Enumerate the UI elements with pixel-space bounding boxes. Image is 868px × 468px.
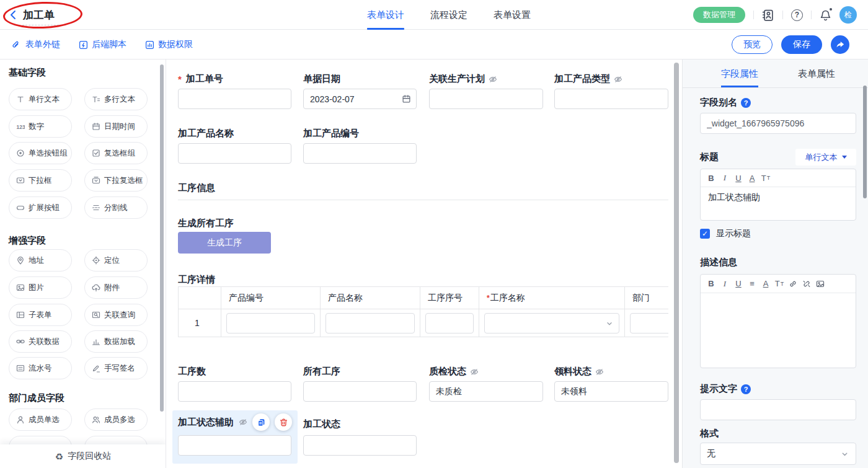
field-process-status[interactable]: 加工状态 bbox=[303, 418, 417, 430]
data-manage-button[interactable]: 数据管理 bbox=[693, 7, 745, 23]
description-rich-text-editor[interactable]: B I U ≡ A TT bbox=[700, 274, 856, 368]
checkbox-checked-icon[interactable]: ✓ bbox=[700, 229, 710, 239]
sidebar-item-multi-line-text[interactable]: 多行文本 bbox=[84, 88, 148, 110]
font-color-icon[interactable]: A bbox=[759, 279, 773, 288]
preview-button[interactable]: 预览 bbox=[732, 35, 773, 54]
sidebar-item-select[interactable]: 下拉框 bbox=[9, 169, 72, 192]
sidebar-item-single-line-text[interactable]: 单行文本 bbox=[9, 88, 72, 110]
sidebar-item-datetime[interactable]: 日期时间 bbox=[84, 115, 148, 138]
sidebar-item-multi-select[interactable]: 下拉复选框 bbox=[84, 169, 148, 192]
data-permission-button[interactable]: 数据权限 bbox=[145, 39, 193, 50]
field-product-code[interactable]: 加工产品编号 bbox=[303, 128, 417, 139]
status-aux-input[interactable] bbox=[178, 435, 291, 456]
hidden-eye-off-icon[interactable] bbox=[595, 368, 604, 376]
subform-label[interactable]: 工序详情 bbox=[178, 274, 215, 286]
field-qc-status[interactable]: 质检状态 bbox=[429, 366, 542, 377]
sidebar-item-image[interactable]: 图片 bbox=[9, 276, 72, 299]
title-editor-content[interactable]: 加工状态辅助 bbox=[701, 187, 856, 208]
align-icon[interactable]: ≡ bbox=[745, 279, 759, 288]
order-no-input[interactable] bbox=[178, 89, 291, 109]
subform-process-seq-input[interactable] bbox=[425, 313, 474, 333]
underline-icon[interactable]: U bbox=[732, 279, 745, 288]
field-product-name[interactable]: 加工产品名称 bbox=[178, 128, 291, 139]
related-plan-input[interactable] bbox=[429, 89, 543, 109]
title-rich-text-editor[interactable]: B I U A TT 加工状态辅助 bbox=[700, 169, 856, 221]
insert-image-icon[interactable] bbox=[813, 280, 827, 288]
back-chevron-icon[interactable] bbox=[9, 10, 17, 20]
user-avatar[interactable]: 检 bbox=[839, 6, 857, 24]
sidebar-item-attachment[interactable]: 附件 bbox=[84, 276, 148, 299]
sidebar-item-locate[interactable]: 定位 bbox=[84, 249, 148, 272]
field-process-count[interactable]: 工序数 bbox=[178, 366, 291, 377]
underline-icon[interactable]: U bbox=[732, 174, 745, 183]
sidebar-item-data-load[interactable]: 数据加载 bbox=[84, 330, 148, 353]
italic-icon[interactable]: I bbox=[718, 173, 732, 183]
subform-product-name-input[interactable] bbox=[326, 313, 415, 333]
field-order-no[interactable]: *加工单号 bbox=[178, 73, 291, 85]
sidebar-item-signature[interactable]: 手写签名 bbox=[84, 357, 148, 379]
share-button[interactable] bbox=[831, 35, 849, 54]
subform-process-name-select[interactable] bbox=[484, 313, 619, 333]
hidden-eye-off-icon[interactable] bbox=[239, 418, 247, 426]
copy-field-button[interactable] bbox=[252, 413, 270, 431]
sidebar-item-divider[interactable]: 分割线 bbox=[84, 196, 148, 219]
save-button[interactable]: 保存 bbox=[781, 35, 822, 54]
sidebar-item-member-single[interactable]: 成员单选 bbox=[9, 408, 72, 431]
doc-date-control[interactable] bbox=[303, 89, 417, 109]
hidden-eye-off-icon[interactable] bbox=[470, 368, 479, 376]
delete-field-button[interactable] bbox=[275, 413, 292, 431]
remove-link-icon[interactable] bbox=[800, 280, 813, 288]
tab-form-design[interactable]: 表单设计 bbox=[367, 0, 404, 30]
sidebar-item-number[interactable]: 数字 bbox=[9, 115, 72, 138]
product-name-input[interactable] bbox=[178, 143, 291, 164]
bold-icon[interactable]: B bbox=[704, 279, 718, 288]
section-divider-label[interactable]: 工序信息 bbox=[178, 182, 215, 194]
field-related-plan[interactable]: 关联生产计划 bbox=[429, 73, 542, 85]
field-doc-date[interactable]: 单据日期 bbox=[303, 73, 417, 85]
insert-link-icon[interactable] bbox=[786, 280, 800, 288]
tab-form-properties[interactable]: 表单属性 bbox=[798, 60, 835, 88]
font-size-icon[interactable]: TT bbox=[773, 279, 786, 288]
canvas-scrollbar[interactable] bbox=[674, 63, 679, 463]
sidebar-item-linked-query[interactable]: 关联查询 bbox=[84, 304, 148, 326]
alias-input[interactable] bbox=[700, 113, 856, 134]
panel-scrollbar[interactable] bbox=[863, 86, 867, 198]
sidebar-item-extend-button[interactable]: 扩展按钮 bbox=[9, 196, 72, 219]
format-select[interactable]: 无 bbox=[700, 443, 856, 465]
sidebar-item-address[interactable]: 地址 bbox=[9, 249, 72, 272]
sidebar-item-checkbox-group[interactable]: 复选框组 bbox=[84, 142, 148, 164]
italic-icon[interactable]: I bbox=[718, 279, 732, 289]
product-type-input[interactable] bbox=[554, 89, 668, 109]
field-all-processes[interactable]: 所有工序 bbox=[303, 366, 417, 377]
tab-field-properties[interactable]: 字段属性 bbox=[721, 60, 758, 88]
sidebar-item-member-multi[interactable]: 成员多选 bbox=[84, 408, 148, 431]
font-color-icon[interactable]: A bbox=[745, 174, 759, 183]
process-count-input[interactable] bbox=[178, 381, 291, 402]
qc-status-input[interactable] bbox=[429, 381, 543, 402]
font-size-icon[interactable]: TT bbox=[759, 174, 773, 183]
subform-product-code-input[interactable] bbox=[226, 313, 315, 333]
hidden-eye-off-icon[interactable] bbox=[614, 75, 622, 84]
contacts-book-icon[interactable] bbox=[762, 9, 774, 21]
bold-icon[interactable]: B bbox=[704, 174, 718, 183]
sidebar-item-subform[interactable]: 子表单 bbox=[9, 304, 72, 326]
process-status-input[interactable] bbox=[303, 435, 417, 456]
hint-help-icon[interactable]: ? bbox=[741, 384, 751, 394]
field-product-type[interactable]: 加工产品类型 bbox=[554, 73, 668, 85]
sidebar-scrollbar[interactable] bbox=[160, 64, 164, 412]
notification-bell-icon[interactable] bbox=[820, 9, 831, 21]
backend-script-button[interactable]: 后端脚本 bbox=[79, 39, 126, 50]
field-type-select[interactable]: 单行文本 bbox=[795, 149, 856, 166]
help-icon[interactable]: ? bbox=[791, 9, 803, 21]
alias-help-icon[interactable]: ? bbox=[741, 98, 751, 108]
generate-process-button[interactable]: 生成工序 bbox=[178, 232, 271, 254]
external-link-button[interactable]: 表单外链 bbox=[12, 39, 60, 50]
tab-form-setting[interactable]: 表单设置 bbox=[494, 0, 531, 30]
sidebar-item-linked-data[interactable]: 关联数据 bbox=[9, 330, 72, 353]
product-code-input[interactable] bbox=[303, 143, 417, 164]
sidebar-item-radio-group[interactable]: 单选按钮组 bbox=[9, 142, 72, 164]
doc-date-input[interactable] bbox=[303, 89, 417, 109]
subform-department-input[interactable] bbox=[630, 313, 668, 333]
material-status-input[interactable] bbox=[554, 381, 668, 402]
field-material-status[interactable]: 领料状态 bbox=[554, 366, 668, 377]
